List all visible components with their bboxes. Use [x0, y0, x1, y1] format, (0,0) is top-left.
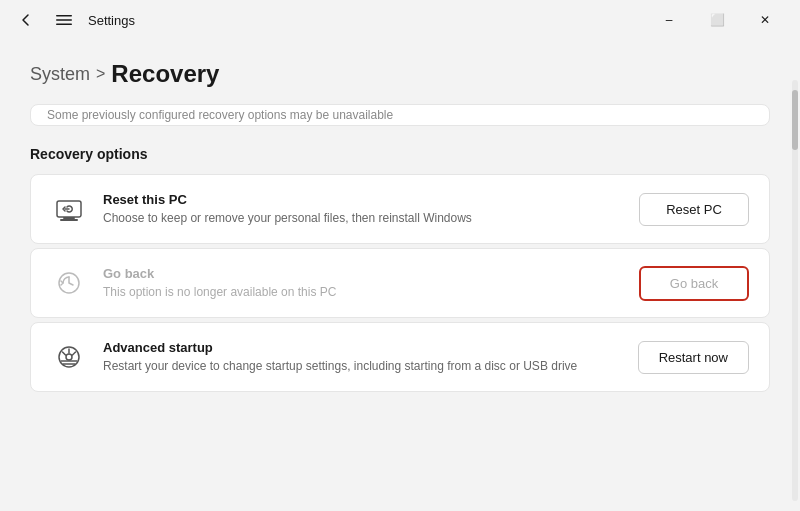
go-back-card: Go back This option is no longer availab… — [30, 248, 770, 318]
breadcrumb-chevron: > — [96, 65, 105, 83]
reset-pc-icon — [51, 191, 87, 227]
restart-now-button[interactable]: Restart now — [638, 341, 749, 374]
go-back-button[interactable]: Go back — [639, 266, 749, 301]
scrollbar-track[interactable] — [792, 80, 798, 501]
hamburger-menu-button[interactable] — [50, 6, 78, 34]
advanced-startup-text: Advanced startup Restart your device to … — [103, 340, 622, 375]
svg-rect-1 — [56, 19, 72, 21]
breadcrumb-current: Recovery — [111, 60, 219, 88]
go-back-desc: This option is no longer available on th… — [103, 284, 623, 301]
advanced-startup-title: Advanced startup — [103, 340, 622, 355]
svg-rect-5 — [60, 219, 78, 221]
svg-rect-4 — [63, 217, 75, 219]
breadcrumb-system[interactable]: System — [30, 64, 90, 85]
go-back-text: Go back This option is no longer availab… — [103, 266, 623, 301]
svg-rect-0 — [56, 15, 72, 17]
reset-pc-button[interactable]: Reset PC — [639, 193, 749, 226]
advanced-startup-desc: Restart your device to change startup se… — [103, 358, 622, 375]
title-bar: Settings – ⬜ ✕ — [0, 0, 800, 40]
main-panel: System > Recovery Some previously config… — [0, 40, 800, 511]
window-controls: – ⬜ ✕ — [646, 4, 788, 36]
content-area: System > Recovery Some previously config… — [0, 40, 800, 511]
partial-card: Some previously configured recovery opti… — [30, 104, 770, 126]
advanced-startup-icon — [51, 339, 87, 375]
back-button[interactable] — [12, 6, 40, 34]
title-bar-left: Settings — [12, 6, 135, 34]
reset-pc-desc: Choose to keep or remove your personal f… — [103, 210, 623, 227]
go-back-title: Go back — [103, 266, 623, 281]
partial-card-text: Some previously configured recovery opti… — [47, 108, 393, 122]
breadcrumb: System > Recovery — [30, 60, 770, 88]
go-back-icon — [51, 265, 87, 301]
scrollbar-thumb[interactable] — [792, 90, 798, 150]
close-button[interactable]: ✕ — [742, 4, 788, 36]
maximize-button[interactable]: ⬜ — [694, 4, 740, 36]
app-title: Settings — [88, 13, 135, 28]
reset-pc-text: Reset this PC Choose to keep or remove y… — [103, 192, 623, 227]
minimize-button[interactable]: – — [646, 4, 692, 36]
svg-rect-2 — [56, 24, 72, 26]
advanced-startup-card: Advanced startup Restart your device to … — [30, 322, 770, 392]
reset-pc-title: Reset this PC — [103, 192, 623, 207]
svg-point-8 — [66, 354, 72, 360]
section-title: Recovery options — [30, 146, 770, 162]
reset-pc-card: Reset this PC Choose to keep or remove y… — [30, 174, 770, 244]
